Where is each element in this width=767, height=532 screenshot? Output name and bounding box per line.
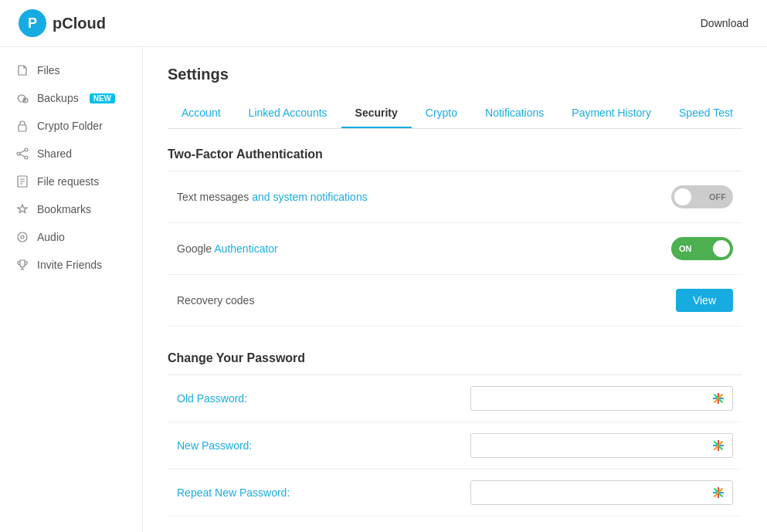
- repeat-password-icon[interactable]: [711, 485, 726, 500]
- new-password-row: New Password:: [168, 422, 742, 469]
- tfa-text-messages-label: Text messages and system notifications: [177, 191, 368, 203]
- sidebar-label-crypto-folder: Crypto Folder: [37, 120, 103, 132]
- sidebar-label-file-requests: File requests: [37, 175, 99, 188]
- logo-text: pCloud: [53, 15, 106, 32]
- settings-tabs: Account Linked Accounts Security Crypto …: [168, 99, 742, 129]
- repeat-password-label: Repeat New Password:: [177, 486, 347, 499]
- svg-point-8: [18, 232, 27, 242]
- svg-point-9: [21, 236, 24, 239]
- share-icon: [15, 147, 29, 161]
- download-link[interactable]: Download: [701, 17, 748, 29]
- logo-area: P pCloud: [19, 9, 106, 37]
- star-icon: [15, 202, 29, 216]
- tfa-recovery-codes-label: Recovery codes: [177, 294, 254, 307]
- sidebar-label-bookmarks: Bookmarks: [37, 203, 91, 215]
- sidebar-label-audio: Audio: [37, 231, 65, 243]
- old-password-row: Old Password:: [168, 375, 742, 422]
- tfa-title: Two-Factor Authentication: [168, 147, 742, 161]
- svg-point-5: [25, 156, 28, 159]
- main-content: Settings Account Linked Accounts Securit…: [143, 47, 767, 532]
- repeat-password-input[interactable]: [477, 486, 711, 499]
- sidebar-label-files: Files: [37, 64, 60, 76]
- svg-point-6: [17, 152, 20, 155]
- file-icon: [15, 63, 29, 77]
- toggle-text-messages[interactable]: OFF: [671, 185, 733, 208]
- trophy-icon: [15, 258, 29, 272]
- sidebar-item-crypto-folder[interactable]: Crypto Folder: [0, 112, 142, 140]
- password-section: Change Your Password Old Password: New P…: [168, 351, 742, 532]
- tfa-row-google-auth: Google Authenticator ON: [168, 223, 742, 275]
- sidebar: Files Backups NEW Crypto Folder Shared: [0, 47, 143, 532]
- old-password-wrapper: [470, 386, 733, 411]
- tfa-google-auth-link[interactable]: Authenticator: [214, 242, 278, 255]
- app-layout: Files Backups NEW Crypto Folder Shared: [0, 47, 767, 532]
- sidebar-item-invite-friends[interactable]: Invite Friends: [0, 251, 142, 279]
- svg-rect-3: [19, 125, 26, 131]
- password-section-title: Change Your Password: [168, 351, 742, 365]
- recovery-codes-view-button[interactable]: View: [676, 289, 733, 312]
- lock-icon: [15, 119, 29, 133]
- tfa-row-recovery-codes: Recovery codes View: [168, 275, 742, 327]
- tfa-google-auth-label: Google Authenticator: [177, 242, 278, 255]
- tab-crypto[interactable]: Crypto: [412, 99, 471, 128]
- sidebar-item-file-requests[interactable]: File requests: [0, 168, 142, 195]
- new-password-label: New Password:: [177, 439, 347, 452]
- pcloud-logo-icon: P: [19, 9, 46, 37]
- new-password-icon[interactable]: [711, 438, 726, 453]
- tfa-row-text-messages: Text messages and system notifications O…: [168, 171, 742, 223]
- toggle-on-label: ON: [679, 244, 692, 253]
- svg-text:P: P: [28, 15, 37, 31]
- tfa-section: Two-Factor Authentication Text messages …: [168, 147, 742, 327]
- sidebar-item-shared[interactable]: Shared: [0, 140, 142, 168]
- tab-speed-test[interactable]: Speed Test: [665, 99, 747, 128]
- sidebar-label-backups: Backups: [37, 92, 79, 104]
- backups-badge: NEW: [90, 93, 115, 103]
- sidebar-item-audio[interactable]: Audio: [0, 223, 142, 251]
- tab-account[interactable]: Account: [168, 99, 235, 128]
- sidebar-label-invite-friends: Invite Friends: [37, 259, 102, 271]
- old-password-input[interactable]: [477, 392, 711, 405]
- new-password-wrapper: [470, 433, 733, 458]
- sidebar-item-files[interactable]: Files: [0, 56, 142, 84]
- tab-security[interactable]: Security: [341, 99, 412, 128]
- tab-linked-accounts[interactable]: Linked Accounts: [235, 99, 341, 128]
- tfa-text-messages-link[interactable]: and system notifications: [252, 191, 367, 203]
- toggle-off-label: OFF: [709, 192, 726, 202]
- backup-icon: [15, 91, 29, 105]
- repeat-password-row: Repeat New Password:: [168, 469, 742, 517]
- tab-payment-history[interactable]: Payment History: [558, 99, 665, 128]
- header: P pCloud Download: [0, 0, 767, 47]
- sidebar-item-bookmarks[interactable]: Bookmarks: [0, 195, 142, 223]
- toggle-google-auth[interactable]: ON: [671, 237, 733, 260]
- sidebar-label-shared: Shared: [37, 147, 72, 160]
- new-password-input[interactable]: [477, 439, 711, 452]
- sidebar-item-backups[interactable]: Backups NEW: [0, 84, 142, 112]
- audio-icon: [15, 230, 29, 244]
- old-password-label: Old Password:: [177, 392, 347, 405]
- repeat-password-wrapper: [470, 480, 733, 505]
- page-title: Settings: [168, 66, 742, 83]
- file-req-icon: [15, 175, 29, 188]
- svg-point-4: [25, 148, 28, 151]
- tab-notifications[interactable]: Notifications: [471, 99, 558, 128]
- old-password-icon[interactable]: [711, 391, 726, 406]
